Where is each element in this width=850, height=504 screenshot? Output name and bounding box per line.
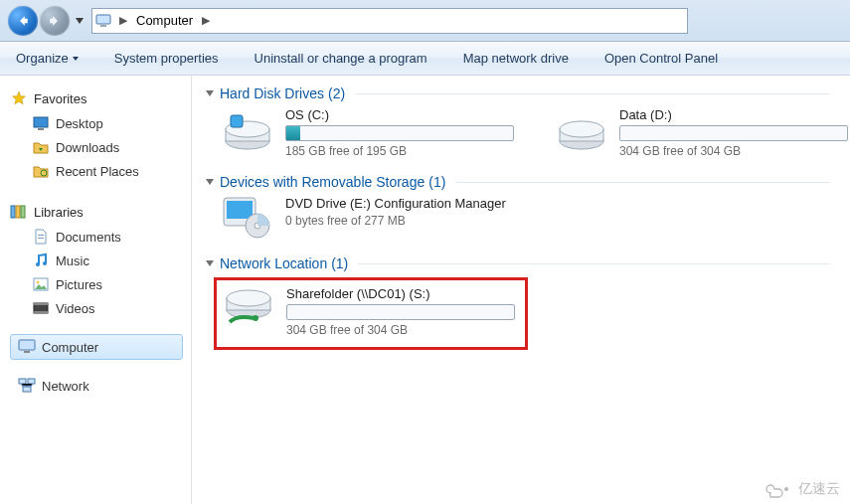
sidebar-item-computer[interactable]: Computer [10,334,183,360]
system-properties-button[interactable]: System properties [96,42,237,75]
drive-os-c[interactable]: OS (C:) 185 GB free of 195 GB [222,107,516,158]
drive-data-d[interactable]: Data (D:) 304 GB free of 304 GB [556,107,850,158]
address-bar[interactable]: ▶ Computer ▶ [91,8,688,34]
libraries-label: Libraries [34,205,84,220]
sidebar-item-music[interactable]: Music [10,249,191,272]
network-icon [18,377,36,395]
watermark: 亿速云 [763,480,840,498]
forward-button[interactable] [40,6,70,36]
section-hard-disk-drives[interactable]: Hard Disk Drives (2) [206,85,850,101]
svg-rect-15 [34,303,48,305]
svg-rect-9 [38,238,44,239]
sidebar-item-label: Pictures [56,277,102,292]
sidebar-item-label: Downloads [56,140,119,155]
sidebar-item-pictures[interactable]: Pictures [10,272,191,296]
collapse-icon [206,90,214,96]
back-button[interactable] [8,6,38,36]
svg-rect-16 [34,311,48,313]
computer-small-icon [92,14,114,28]
collapse-icon [206,260,214,266]
breadcrumb-separator: ▶ [197,14,215,27]
section-count: (1) [428,174,445,190]
capacity-bar [286,304,515,320]
uninstall-program-button[interactable]: Uninstall or change a program [237,42,445,75]
hdd-icon [222,107,273,151]
capacity-bar [619,125,848,141]
navigation-pane: Favorites Desktop Downloads Recent Place… [0,76,191,504]
pictures-icon [32,275,50,293]
organize-button[interactable]: Organize [10,42,96,75]
svg-rect-2 [34,117,48,127]
sidebar-item-network[interactable]: Network [10,374,191,398]
svg-rect-21 [23,387,31,392]
section-count: (1) [331,255,348,271]
hdd-icon [556,107,607,151]
chevron-down-icon [73,57,79,61]
drive-free-text: 185 GB free of 195 GB [285,144,516,158]
section-removable-storage[interactable]: Devices with Removable Storage (1) [206,174,850,190]
svg-rect-1 [100,25,106,27]
highlighted-network-drive: Sharefolder (\\DC01) (S:) 304 GB free of… [214,277,528,350]
drive-dvd-e[interactable]: DVD Drive (E:) Configuration Manager 0 b… [222,196,520,240]
capacity-bar [285,125,514,141]
drive-name: DVD Drive (E:) Configuration Manager [285,196,514,211]
svg-rect-3 [38,128,44,130]
svg-rect-20 [28,379,35,384]
section-title: Hard Disk Drives [220,85,324,101]
drive-name: Sharefolder (\\DC01) (S:) [286,286,515,301]
libraries-icon [10,203,28,221]
sidebar-item-documents[interactable]: Documents [10,225,191,249]
sidebar-item-label: Desktop [56,116,103,131]
favorites-label: Favorites [34,91,86,106]
sidebar-item-label: Documents [56,230,121,245]
drive-free-text: 0 bytes free of 277 MB [285,214,520,228]
svg-rect-30 [227,201,253,219]
music-icon [32,252,50,269]
desktop-icon [32,114,50,132]
map-network-drive-button[interactable]: Map network drive [445,42,587,75]
breadcrumb-computer[interactable]: Computer [132,13,197,28]
sidebar-item-recent[interactable]: Recent Places [10,159,191,183]
sidebar-item-desktop[interactable]: Desktop [10,111,191,135]
svg-rect-17 [19,340,35,350]
sidebar-item-label: Recent Places [56,164,139,179]
svg-rect-0 [96,15,110,24]
content-pane: Hard Disk Drives (2) OS (C:) 185 GB free… [192,76,850,504]
breadcrumb-separator: ▶ [114,14,132,27]
svg-rect-7 [21,206,25,218]
command-bar: Organize System properties Uninstall or … [0,42,850,76]
collapse-icon [206,179,214,185]
svg-point-28 [560,121,603,137]
section-title: Network Location [220,255,327,271]
window-titlebar: ▶ Computer ▶ [0,0,850,42]
drive-free-text: 304 GB free of 304 GB [619,144,850,158]
svg-point-36 [253,315,258,321]
svg-rect-18 [24,351,30,353]
sidebar-item-label: Computer [42,340,98,355]
section-title: Devices with Removable Storage [220,174,425,190]
nav-history-dropdown[interactable] [76,18,84,24]
svg-point-11 [43,261,47,265]
open-control-panel-button[interactable]: Open Control Panel [587,42,736,75]
sidebar-item-videos[interactable]: Videos [10,296,191,320]
svg-point-10 [36,262,40,266]
documents-icon [32,228,50,246]
svg-rect-8 [38,235,44,236]
drive-sharefolder-s[interactable]: Sharefolder (\\DC01) (S:) 304 GB free of… [223,286,515,337]
capacity-fill [286,126,300,140]
libraries-group[interactable]: Libraries [10,203,191,221]
favorites-group[interactable]: Favorites [10,89,191,107]
svg-point-37 [785,488,788,491]
sidebar-item-label: Network [42,379,89,394]
network-drive-icon [223,286,274,330]
section-count: (2) [328,85,345,101]
dvd-drive-icon [222,196,273,240]
svg-rect-6 [16,206,20,218]
section-network-location[interactable]: Network Location (1) [206,255,850,271]
computer-icon [18,338,36,356]
sidebar-item-downloads[interactable]: Downloads [10,135,191,159]
svg-rect-25 [231,115,243,127]
sidebar-item-label: Music [56,253,89,268]
svg-rect-19 [19,379,26,384]
favorites-icon [10,89,28,107]
